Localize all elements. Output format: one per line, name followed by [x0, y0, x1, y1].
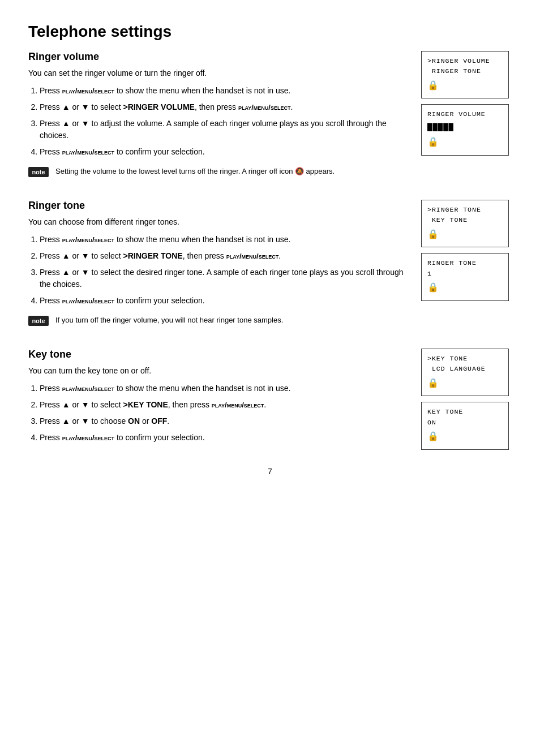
step-1: Press play/menu/select to show the menu … [40, 85, 410, 97]
step-4: Press play/menu/select to confirm your s… [40, 146, 410, 158]
ringer-tone-intro: You can choose from different ringer ton… [28, 216, 410, 228]
kt-pms-3: play/menu/select [62, 433, 114, 442]
key-tone-intro: You can turn the key tone on or off. [28, 365, 410, 377]
kt-step-4: Press play/menu/select to confirm your s… [40, 432, 410, 444]
rt-step-4: Press play/menu/select to confirm your s… [40, 295, 410, 307]
lcd-screen-1: >RINGER VOLUME RINGER TONE 🔒 [421, 51, 509, 98]
ringer-off-icon [295, 167, 304, 175]
lcd-screen-5: >KEY TONE LCD LANGUAGE 🔒 [421, 349, 509, 396]
ringer-volume-intro: You can set the ringer volume or turn th… [28, 67, 410, 79]
key-tone-heading: Key tone [28, 349, 410, 360]
ringer-tone-note: note If you turn off the ringer volume, … [28, 315, 410, 326]
lcd-screen-6: KEY TONE ON 🔒 [421, 402, 509, 449]
kt-pms-1: play/menu/select [62, 384, 114, 393]
off-option: OFF [151, 416, 167, 426]
lcd-text-3: >RINGER TONE KEY TONE [427, 205, 503, 226]
ringer-tone-steps: Press play/menu/select to show the menu … [40, 234, 410, 307]
rt-step-2: Press ▲ or ▼ to select >RINGER TONE, the… [40, 250, 410, 262]
ringer-tone-heading: Ringer tone [28, 200, 410, 212]
lcd-icon-5: 🔒 [427, 377, 503, 392]
lcd-text-1: >RINGER VOLUME RINGER TONE [427, 56, 503, 77]
rt-note-content: If you turn off the ringer volume, you w… [55, 315, 410, 326]
lcd-text-6: KEY TONE ON [427, 407, 503, 428]
key-tone-option: >KEY TONE [123, 400, 168, 409]
lcd-text-5: >KEY TONE LCD LANGUAGE [427, 354, 503, 375]
note-content: Setting the volume to the lowest level t… [55, 166, 410, 177]
step-3: Press ▲ or ▼ to adjust the volume. A sam… [40, 118, 410, 141]
lcd-icon-6: 🔒 [427, 430, 503, 445]
lcd-icon-3: 🔒 [427, 228, 503, 243]
kt-step-3: Press ▲ or ▼ to choose ON or OFF. [40, 415, 410, 427]
section-ringer-tone: Ringer tone You can choose from differen… [28, 200, 512, 332]
play-menu-select-ref: play/menu/select [62, 87, 114, 95]
lcd-screen-3: >RINGER TONE KEY TONE 🔒 [421, 200, 509, 247]
section-ringer-volume: Ringer volume You can set the ringer vol… [28, 51, 512, 183]
lcd-bars: █████ [427, 121, 503, 134]
key-tone-steps: Press play/menu/select to show the menu … [40, 383, 410, 444]
page-number: 7 [28, 467, 512, 476]
on-option: ON [128, 416, 140, 426]
ringer-tone-screens: >RINGER TONE KEY TONE 🔒 RINGER TONE 1 🔒 [421, 200, 512, 301]
lcd-text-4: RINGER TONE 1 [427, 258, 503, 279]
ringer-volume-screens: >RINGER VOLUME RINGER TONE 🔒 RINGER VOLU… [421, 51, 512, 156]
lcd-screen-4: RINGER TONE 1 🔒 [421, 253, 509, 300]
lcd-text-2: RINGER VOLUME [427, 109, 503, 119]
ringer-volume-option: >RINGER VOLUME [123, 102, 195, 111]
rt-pms-3: play/menu/select [62, 297, 114, 305]
note-label: note [28, 167, 49, 177]
kt-step-1: Press play/menu/select to show the menu … [40, 383, 410, 394]
rt-step-3: Press ▲ or ▼ to select the desired ringe… [40, 267, 410, 290]
rt-note-label: note [28, 316, 49, 326]
play-menu-select-ref3: play/menu/select [62, 148, 114, 156]
ringer-tone-option: >RINGER TONE [123, 251, 183, 260]
rt-pms-2: play/menu/select [226, 252, 278, 260]
play-menu-select-ref2: play/menu/select [238, 103, 290, 111]
key-tone-screens: >KEY TONE LCD LANGUAGE 🔒 KEY TONE ON 🔒 [421, 349, 512, 450]
kt-pms-2: play/menu/select [212, 401, 264, 409]
ringer-volume-heading: Ringer volume [28, 51, 410, 63]
step-2: Press ▲ or ▼ to select >RINGER VOLUME, t… [40, 101, 410, 113]
ringer-volume-steps: Press play/menu/select to show the menu … [40, 85, 410, 158]
page-title: Telephone settings [28, 23, 512, 41]
ringer-volume-note: note Setting the volume to the lowest le… [28, 166, 410, 177]
lcd-icon-1: 🔒 [427, 79, 503, 94]
rt-pms-1: play/menu/select [62, 235, 114, 244]
lcd-screen-2: RINGER VOLUME █████ 🔒 [421, 104, 509, 155]
section-key-tone: Key tone You can turn the key tone on or… [28, 349, 512, 450]
rt-step-1: Press play/menu/select to show the menu … [40, 234, 410, 246]
lcd-icon-4: 🔒 [427, 281, 503, 296]
lcd-icon-2: 🔒 [427, 136, 503, 151]
kt-step-2: Press ▲ or ▼ to select >KEY TONE, then p… [40, 399, 410, 411]
